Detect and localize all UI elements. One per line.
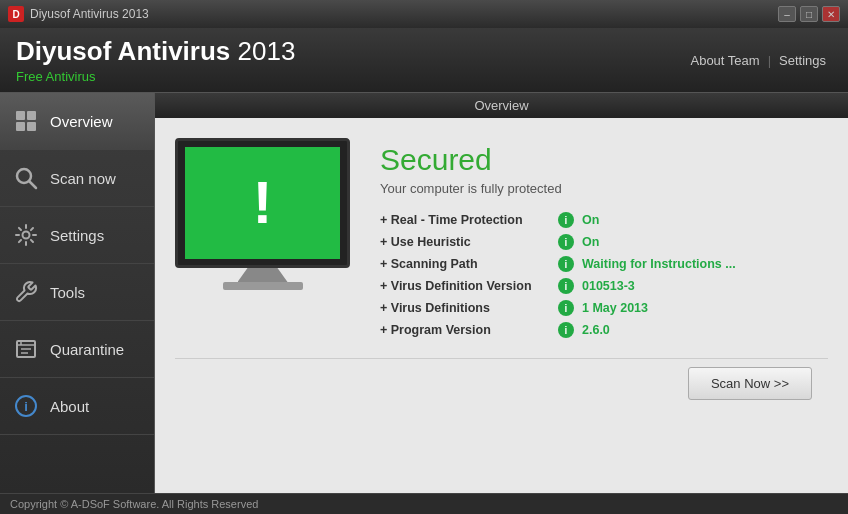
monitor-base (223, 282, 303, 290)
definitions-value: 1 May 2013 (582, 301, 648, 315)
quarantine-icon (12, 335, 40, 363)
scan-path-value: Waiting for Instructions ... (582, 257, 736, 271)
info-row-scan-path: + Scanning Path i Waiting for Instructio… (380, 256, 828, 272)
nav-separator: | (766, 53, 773, 68)
about-team-link[interactable]: About Team (684, 51, 765, 70)
sidebar-item-tools[interactable]: Tools (0, 264, 154, 321)
app-subtitle: Free Antivirus (16, 69, 295, 84)
monitor-screen: ! (185, 147, 340, 259)
app-title-block: Diyusof Antivirus 2013 Free Antivirus (16, 36, 295, 84)
status-info: Secured Your computer is fully protected… (380, 138, 828, 338)
realtime-label: + Real - Time Protection (380, 213, 550, 227)
info-row-program-version: + Program Version i 2.6.0 (380, 322, 828, 338)
title-bar-left: D Diyusof Antivirus 2013 (8, 6, 149, 22)
settings-icon (12, 221, 40, 249)
settings-link[interactable]: Settings (773, 51, 832, 70)
sidebar-item-scan[interactable]: Scan now (0, 150, 154, 207)
scan-path-label: + Scanning Path (380, 257, 550, 271)
def-version-info-icon[interactable]: i (558, 278, 574, 294)
content-area: Overview ! Secured Your compute (155, 93, 848, 493)
sidebar: Overview Scan now Settings (0, 93, 155, 493)
info-row-realtime: + Real - Time Protection i On (380, 212, 828, 228)
overview-icon (12, 107, 40, 135)
footer-text: Copyright © A-DSoF Software. All Rights … (10, 498, 258, 510)
scan-icon (12, 164, 40, 192)
tools-icon (12, 278, 40, 306)
scan-path-info-icon[interactable]: i (558, 256, 574, 272)
bottom-bar: Scan Now >> (175, 358, 828, 408)
monitor-body: ! (175, 138, 350, 268)
scan-now-button[interactable]: Scan Now >> (688, 367, 812, 400)
realtime-info-icon[interactable]: i (558, 212, 574, 228)
svg-point-6 (23, 232, 30, 239)
svg-text:i: i (24, 399, 28, 414)
info-row-heuristic: + Use Heuristic i On (380, 234, 828, 250)
content-tab-label: Overview (474, 98, 528, 113)
footer: Copyright © A-DSoF Software. All Rights … (0, 493, 848, 514)
monitor-stand (238, 268, 288, 282)
monitor-graphic: ! (175, 138, 350, 290)
app-title: Diyusof Antivirus 2013 (16, 36, 295, 67)
svg-rect-1 (27, 111, 36, 120)
definitions-info-icon[interactable]: i (558, 300, 574, 316)
content-body: ! Secured Your computer is fully protect… (155, 118, 848, 493)
status-subtitle: Your computer is fully protected (380, 181, 828, 196)
heuristic-info-icon[interactable]: i (558, 234, 574, 250)
def-version-label: + Virus Definition Version (380, 279, 550, 293)
realtime-value: On (582, 213, 599, 227)
sidebar-settings-label: Settings (50, 227, 104, 244)
svg-rect-0 (16, 111, 25, 120)
sidebar-item-overview[interactable]: Overview (0, 93, 154, 150)
heuristic-value: On (582, 235, 599, 249)
about-icon: i (12, 392, 40, 420)
def-version-value: 010513-3 (582, 279, 635, 293)
info-rows: + Real - Time Protection i On + Use Heur… (380, 212, 828, 338)
security-section: ! Secured Your computer is fully protect… (175, 138, 828, 338)
title-bar: D Diyusof Antivirus 2013 – □ ✕ (0, 0, 848, 28)
sidebar-tools-label: Tools (50, 284, 85, 301)
content-tab-header: Overview (155, 93, 848, 118)
info-row-def-version: + Virus Definition Version i 010513-3 (380, 278, 828, 294)
program-version-label: + Program Version (380, 323, 550, 337)
svg-rect-3 (27, 122, 36, 131)
program-version-info-icon[interactable]: i (558, 322, 574, 338)
program-version-value: 2.6.0 (582, 323, 610, 337)
maximize-button[interactable]: □ (800, 6, 818, 22)
exclaim-mark: ! (253, 173, 273, 233)
definitions-label: + Virus Definitions (380, 301, 550, 315)
sidebar-scan-label: Scan now (50, 170, 116, 187)
header-nav: About Team | Settings (684, 51, 832, 70)
app-icon: D (8, 6, 24, 22)
sidebar-item-about[interactable]: i About (0, 378, 154, 435)
sidebar-overview-label: Overview (50, 113, 113, 130)
svg-line-5 (29, 181, 36, 188)
sidebar-about-label: About (50, 398, 89, 415)
main-container: Overview Scan now Settings (0, 93, 848, 493)
close-button[interactable]: ✕ (822, 6, 840, 22)
sidebar-item-quarantine[interactable]: Quarantine (0, 321, 154, 378)
sidebar-quarantine-label: Quarantine (50, 341, 124, 358)
minimize-button[interactable]: – (778, 6, 796, 22)
window-title: Diyusof Antivirus 2013 (30, 7, 149, 21)
app-header: Diyusof Antivirus 2013 Free Antivirus Ab… (0, 28, 848, 93)
heuristic-label: + Use Heuristic (380, 235, 550, 249)
status-title: Secured (380, 143, 828, 177)
sidebar-item-settings[interactable]: Settings (0, 207, 154, 264)
svg-rect-2 (16, 122, 25, 131)
info-row-definitions: + Virus Definitions i 1 May 2013 (380, 300, 828, 316)
window-controls: – □ ✕ (778, 6, 840, 22)
